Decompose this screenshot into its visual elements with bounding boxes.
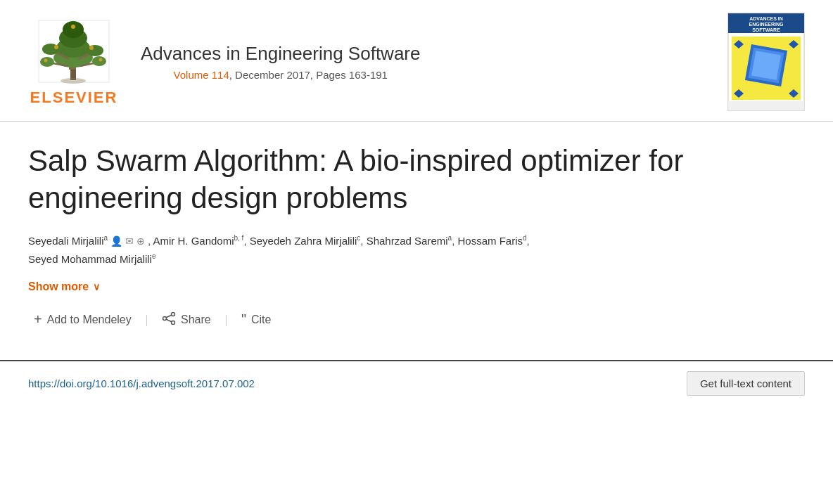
author-seyed[interactable]: Seyed Mohammad Mirjalili bbox=[28, 253, 152, 265]
article-title: Salp Swarm Algorithm: A bio-inspired opt… bbox=[28, 143, 805, 217]
cite-button[interactable]: " Cite bbox=[236, 309, 277, 330]
header-section: ELSEVIER Advances in Engineering Softwar… bbox=[0, 0, 833, 122]
svg-point-17 bbox=[44, 59, 48, 63]
svg-point-1 bbox=[61, 78, 86, 84]
svg-point-19 bbox=[71, 25, 75, 29]
author-mirjalili[interactable]: Seyedali Mirjalili bbox=[28, 235, 104, 247]
journal-info: Advances in Engineering Software Volume … bbox=[141, 43, 420, 81]
svg-rect-29 bbox=[751, 51, 781, 80]
svg-point-14 bbox=[92, 56, 106, 66]
quote-icon: " bbox=[241, 311, 246, 328]
authors-section: Seyedali Mirjalilia 👤 ✉ ⊕ , Amir H. Gand… bbox=[28, 232, 805, 268]
main-content: Salp Swarm Algorithm: A bio-inspired opt… bbox=[0, 122, 833, 360]
chevron-down-icon: ∨ bbox=[93, 281, 100, 292]
author-saremi[interactable]: Shahrzad Saremi bbox=[367, 235, 448, 247]
add-mendeley-button[interactable]: + Add to Mendeley bbox=[28, 309, 137, 330]
svg-point-16 bbox=[89, 46, 94, 50]
elsevier-logo: ELSEVIER bbox=[28, 17, 120, 107]
svg-point-10 bbox=[87, 45, 103, 56]
journal-meta: Volume 114, December 2017, Pages 163-191 bbox=[141, 69, 420, 81]
share-label: Share bbox=[181, 314, 211, 326]
header-left: ELSEVIER Advances in Engineering Softwar… bbox=[28, 17, 420, 107]
svg-line-38 bbox=[166, 315, 172, 318]
author-faris[interactable]: Hossam Faris bbox=[457, 235, 523, 247]
svg-text:SOFTWARE: SOFTWARE bbox=[752, 27, 780, 32]
separator-2: | bbox=[225, 314, 227, 326]
svg-text:ENGINEERING: ENGINEERING bbox=[749, 22, 784, 27]
svg-rect-34 bbox=[728, 101, 804, 110]
svg-point-18 bbox=[99, 58, 103, 62]
journal-title: Advances in Engineering Software bbox=[141, 43, 420, 65]
author-icons: 👤 ✉ ⊕ bbox=[110, 235, 148, 247]
svg-point-6 bbox=[63, 21, 84, 38]
share-button[interactable]: Share bbox=[156, 309, 217, 330]
cite-label: Cite bbox=[251, 314, 271, 326]
elsevier-tree-icon bbox=[35, 17, 113, 87]
show-more-label: Show more bbox=[28, 280, 89, 293]
svg-point-35 bbox=[171, 312, 174, 316]
svg-point-36 bbox=[171, 321, 174, 324]
journal-cover-image: ADVANCES IN ENGINEERING SOFTWARE bbox=[728, 13, 804, 110]
get-access-label: Get full-text content bbox=[700, 377, 791, 389]
svg-point-15 bbox=[54, 45, 58, 49]
elsevier-brand-text: ELSEVIER bbox=[30, 89, 118, 107]
svg-text:ADVANCES IN: ADVANCES IN bbox=[749, 16, 783, 21]
share-icon bbox=[162, 312, 176, 328]
add-mendeley-label: Add to Mendeley bbox=[47, 314, 132, 326]
svg-line-39 bbox=[166, 319, 172, 322]
author-gandomi[interactable]: Amir H. Gandomi bbox=[153, 235, 234, 247]
get-access-button[interactable]: Get full-text content bbox=[687, 371, 805, 396]
journal-meta-text: , December 2017, Pages 163-191 bbox=[229, 69, 388, 81]
author-zahra[interactable]: Seyedeh Zahra Mirjalili bbox=[250, 235, 357, 247]
svg-point-12 bbox=[40, 57, 54, 67]
plus-icon: + bbox=[34, 311, 42, 328]
bottom-bar: https://doi.org/10.1016/j.advengsoft.201… bbox=[0, 360, 833, 406]
doi-link[interactable]: https://doi.org/10.1016/j.advengsoft.201… bbox=[28, 377, 255, 389]
volume-link[interactable]: Volume 114 bbox=[174, 69, 229, 81]
show-more-button[interactable]: Show more ∨ bbox=[28, 280, 100, 293]
svg-point-37 bbox=[163, 316, 166, 320]
journal-cover: ADVANCES IN ENGINEERING SOFTWARE bbox=[727, 13, 805, 111]
separator-1: | bbox=[146, 314, 148, 326]
action-bar: + Add to Mendeley | Share | " Cite bbox=[28, 309, 805, 330]
